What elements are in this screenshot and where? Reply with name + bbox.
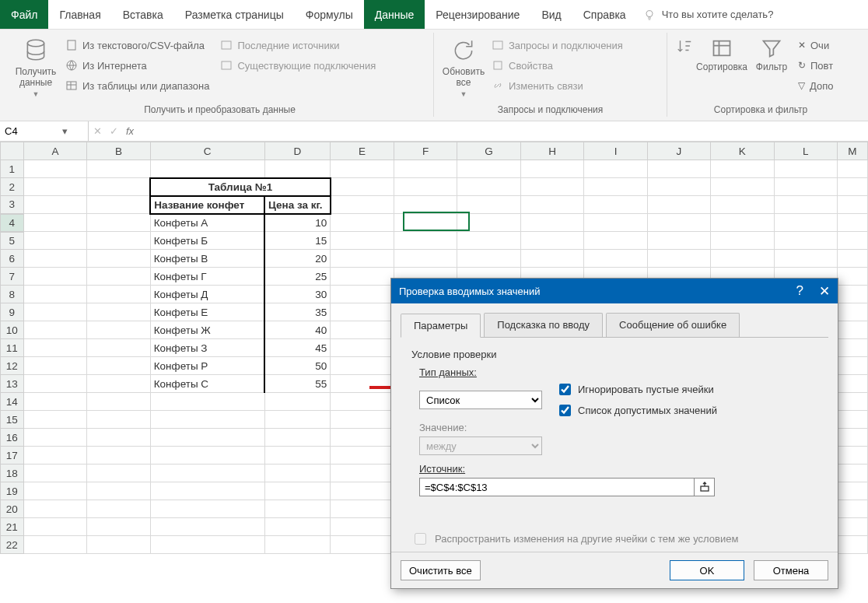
cell[interactable]: [264, 500, 331, 518]
cell[interactable]: [331, 286, 394, 303]
cell[interactable]: [711, 178, 775, 196]
queries-connections-button[interactable]: Запросы и подключения: [492, 36, 623, 54]
tab-parameters[interactable]: Параметры: [401, 314, 481, 338]
col-header[interactable]: I: [584, 142, 647, 160]
cell[interactable]: 55: [264, 375, 331, 393]
cell[interactable]: [23, 357, 87, 375]
cell[interactable]: 35: [264, 303, 331, 321]
cell[interactable]: Таблица №1: [150, 178, 331, 196]
cell[interactable]: [87, 482, 151, 500]
cell[interactable]: [87, 286, 151, 303]
row-header[interactable]: 21: [1, 518, 24, 536]
cell[interactable]: [87, 375, 151, 393]
close-icon[interactable]: ✕: [819, 283, 830, 300]
cell[interactable]: [837, 429, 867, 447]
cell[interactable]: 45: [264, 339, 331, 357]
cell[interactable]: [87, 536, 151, 554]
cancel-formula-icon[interactable]: ✕: [93, 125, 102, 137]
cell[interactable]: [457, 250, 521, 268]
cell[interactable]: [394, 214, 457, 232]
cell[interactable]: [394, 178, 457, 196]
cell[interactable]: [264, 160, 331, 178]
cell[interactable]: [331, 465, 394, 482]
cell[interactable]: [711, 214, 775, 232]
reapply-button[interactable]: ↻Повт: [798, 56, 833, 75]
ok-button[interactable]: OK: [670, 560, 744, 580]
cell[interactable]: [331, 232, 394, 250]
help-icon[interactable]: ?: [796, 283, 803, 299]
cell[interactable]: [150, 393, 264, 411]
cell[interactable]: Конфеты Ж: [150, 321, 264, 339]
cell[interactable]: [331, 357, 394, 375]
cell[interactable]: [331, 250, 394, 268]
chevron-down-icon[interactable]: ▾: [58, 125, 72, 137]
cell[interactable]: [87, 214, 151, 232]
menu-page-layout[interactable]: Разметка страницы: [174, 0, 295, 29]
cell[interactable]: [331, 429, 394, 447]
cell[interactable]: [774, 160, 837, 178]
cell[interactable]: [331, 303, 394, 321]
name-box[interactable]: ▾: [0, 121, 89, 141]
cell[interactable]: [150, 429, 264, 447]
cell[interactable]: [87, 357, 151, 375]
cell[interactable]: [837, 536, 867, 554]
cell[interactable]: [23, 178, 87, 196]
cell[interactable]: [457, 160, 521, 178]
in-cell-dropdown-checkbox[interactable]: Список допустимых значений: [556, 402, 717, 419]
cell[interactable]: [584, 250, 647, 268]
cell[interactable]: [23, 465, 87, 482]
cell[interactable]: [647, 214, 710, 232]
cell[interactable]: [520, 160, 584, 178]
cell[interactable]: [837, 465, 867, 482]
cell[interactable]: [394, 196, 457, 214]
name-box-input[interactable]: [3, 124, 58, 138]
cell[interactable]: [457, 196, 521, 214]
cell[interactable]: [837, 357, 867, 375]
cancel-button[interactable]: Отмена: [754, 560, 828, 580]
row-header[interactable]: 6: [1, 250, 24, 268]
cell[interactable]: [647, 196, 710, 214]
sort-asc-button[interactable]: [674, 34, 695, 54]
menu-view[interactable]: Вид: [530, 0, 572, 29]
cell[interactable]: [23, 214, 87, 232]
cell[interactable]: [837, 393, 867, 411]
cell[interactable]: Конфеты Р: [150, 357, 264, 375]
cell[interactable]: [87, 465, 151, 482]
cell[interactable]: [520, 232, 584, 250]
cell[interactable]: [711, 160, 775, 178]
row-header[interactable]: 17: [1, 447, 24, 465]
cell[interactable]: [331, 321, 394, 339]
edit-links-button[interactable]: Изменить связи: [492, 76, 623, 95]
cell[interactable]: [87, 500, 151, 518]
cell[interactable]: [150, 536, 264, 554]
range-picker-button[interactable]: [695, 478, 715, 496]
cell[interactable]: [150, 465, 264, 482]
fx-icon[interactable]: fx: [126, 125, 134, 137]
cell[interactable]: [23, 411, 87, 429]
cell[interactable]: [87, 518, 151, 536]
cell[interactable]: [264, 429, 331, 447]
cell[interactable]: [87, 178, 151, 196]
cell[interactable]: [23, 375, 87, 393]
cell[interactable]: [264, 465, 331, 482]
cell[interactable]: [331, 500, 394, 518]
cell[interactable]: [264, 518, 331, 536]
row-header[interactable]: 16: [1, 429, 24, 447]
cell[interactable]: [264, 536, 331, 554]
cell[interactable]: [837, 375, 867, 393]
advanced-filter-button[interactable]: ▽Допо: [798, 76, 833, 95]
cell[interactable]: [150, 411, 264, 429]
cell[interactable]: [331, 339, 394, 357]
cell[interactable]: [87, 321, 151, 339]
cell[interactable]: [264, 411, 331, 429]
cell[interactable]: [23, 250, 87, 268]
row-header[interactable]: 14: [1, 393, 24, 411]
cell[interactable]: [23, 429, 87, 447]
cell[interactable]: [23, 393, 87, 411]
cell[interactable]: [457, 232, 521, 250]
cell[interactable]: [647, 178, 710, 196]
get-data-button[interactable]: Получить данные ▼: [12, 34, 59, 98]
cell[interactable]: 20: [264, 250, 331, 268]
row-header[interactable]: 11: [1, 339, 24, 357]
cell[interactable]: [520, 178, 584, 196]
